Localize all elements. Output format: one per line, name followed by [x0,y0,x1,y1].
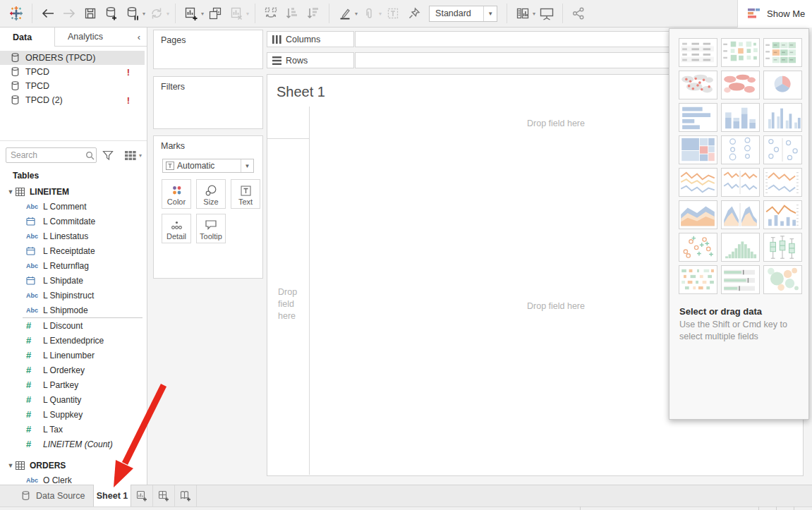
show-me-thumbnail-bullet-graph[interactable] [721,265,760,294]
filter-fields-icon[interactable] [102,150,114,161]
field-item[interactable]: #L Partkey [0,377,147,392]
field-item[interactable]: #L Linenumber [0,348,147,363]
mark-type-caret[interactable]: ▼ [241,159,253,172]
show-me-thumbnail-scatter-plot[interactable] [679,233,717,262]
mark-button-size[interactable]: Size [196,179,226,209]
data-source-tab[interactable]: Data Source [0,485,93,506]
highlight-caret[interactable]: ▾ [355,11,358,17]
fit-selector[interactable]: Standard ▼ [429,6,497,22]
datasource-item[interactable]: ORDERS (TPCD) [0,51,145,65]
show-me-thumbnail-continuous-area[interactable] [679,200,717,229]
sheet-tab-active[interactable]: Sheet 1 [93,485,131,506]
pause-auto-updates-caret[interactable]: ▾ [143,11,145,17]
search-input[interactable] [6,150,83,160]
clear-sheet-caret[interactable]: ▾ [246,11,249,17]
fit-selector-caret[interactable]: ▼ [483,6,497,21]
table-header-lineitem[interactable]: ▼LINEITEM [0,184,147,199]
show-me-thumbnail-side-by-side-circles[interactable] [763,135,802,164]
show-me-thumbnail-heat-map[interactable] [721,38,760,67]
field-item[interactable]: AbcL Shipmode [0,303,147,317]
show-hide-cards-caret[interactable]: ▾ [533,11,535,17]
show-me-thumbnail-dual-lines[interactable] [763,168,802,197]
field-item[interactable]: AbcL Shipinstruct [0,288,147,303]
pages-shelf[interactable]: Pages [153,30,263,69]
group-members-caret[interactable]: ▾ [379,11,382,17]
new-worksheet-tab-button[interactable] [131,485,153,506]
drop-zone-rows[interactable]: Drop field here [278,286,305,322]
mark-type-dropdown[interactable]: Automatic ▼ [162,159,254,173]
tab-analytics[interactable]: Analytics [55,28,131,47]
show-me-thumbnail-packed-bubbles[interactable] [763,265,802,294]
show-me-thumbnail-stacked-bars[interactable] [721,103,760,132]
show-me-thumbnail-text-table[interactable] [679,38,717,67]
mark-button-tooltip[interactable]: Tooltip [196,214,226,243]
sort-ascending-button[interactable] [283,4,301,23]
show-me-thumbnail-dual-combination[interactable] [763,200,802,229]
highlight-button[interactable] [336,4,354,23]
fix-axes-button[interactable] [405,4,423,23]
show-me-thumbnail-horizontal-bars[interactable] [679,103,717,132]
field-item[interactable]: L Receiptdate [0,243,147,258]
show-mark-labels-button[interactable] [384,4,402,23]
show-me-thumbnail-treemap[interactable] [679,135,717,164]
new-worksheet-caret[interactable]: ▾ [201,11,204,17]
show-me-thumbnail-side-by-side-bars[interactable] [763,103,802,132]
field-item[interactable]: #L Extendedprice [0,333,147,348]
field-item[interactable]: #L Tax [0,422,147,437]
field-item[interactable]: #L Suppkey [0,407,147,422]
field-item[interactable]: L Commitdate [0,214,147,229]
show-me-thumbnail-gantt[interactable] [679,265,717,294]
collapse-pane-icon[interactable]: ‹ [131,28,147,47]
show-me-thumbnail-pie-chart[interactable] [763,71,802,99]
new-dashboard-tab-button[interactable] [153,485,175,506]
show-me-thumbnail-circle-views[interactable] [721,135,760,164]
field-item[interactable]: AbcL Comment [0,199,147,214]
undo-button[interactable] [39,4,57,23]
share-workbook-button[interactable] [569,4,588,23]
save-button[interactable] [81,4,99,23]
presentation-mode-button[interactable] [538,4,556,23]
datasource-item[interactable]: TPCD (2)! [0,93,145,107]
show-me-thumbnail-box-and-whisker[interactable] [763,233,802,262]
new-worksheet-button[interactable] [182,4,200,23]
show-me-thumbnail-discrete-area[interactable] [721,200,760,229]
view-options-button[interactable]: ▾ [125,151,143,160]
redo-button[interactable] [60,4,78,23]
run-update-caret[interactable]: ▾ [166,11,169,17]
field-item[interactable]: #L Quantity [0,392,147,407]
field-item[interactable]: L Shipdate [0,273,147,288]
show-me-thumbnail-filled-map[interactable] [721,71,760,99]
show-me-thumbnail-histogram[interactable] [721,233,760,262]
show-me-thumbnail-highlight-table[interactable] [763,38,802,67]
field-item[interactable]: #L Discount [0,318,147,333]
show-me-button[interactable]: Show Me [737,0,812,28]
mark-button-color[interactable]: Color [162,179,191,209]
swap-rows-columns-button[interactable] [262,4,280,23]
field-item[interactable]: #LINEITEM (Count) [0,437,147,451]
show-me-thumbnail-continuous-lines[interactable] [679,168,717,197]
mark-button-text[interactable]: Text [231,179,260,209]
new-story-tab-button[interactable] [175,485,197,506]
pause-auto-updates-button[interactable] [123,4,142,23]
datasource-item[interactable]: TPCD! [0,65,145,79]
show-hide-cards-button[interactable] [514,4,532,23]
duplicate-sheet-button[interactable] [206,4,224,23]
table-header-orders[interactable]: ▼ORDERS [0,458,147,473]
field-item[interactable]: AbcO Clerk [0,473,147,485]
search-box[interactable] [6,147,97,163]
show-me-thumbnail-discrete-lines[interactable] [721,168,760,197]
tab-data[interactable]: Data [0,28,55,47]
show-me-thumbnail-symbol-map[interactable] [679,71,717,99]
mark-button-detail[interactable]: Detail [162,214,191,243]
field-item[interactable]: AbcL Linestatus [0,229,147,243]
datasource-item[interactable]: TPCD [0,79,145,93]
field-item[interactable]: #L Orderkey [0,363,147,377]
group-members-button[interactable] [360,4,378,23]
sort-descending-button[interactable] [304,4,322,23]
filters-shelf[interactable]: Filters [153,76,263,129]
view-options-caret[interactable]: ▾ [139,152,142,159]
new-data-source-button[interactable] [102,4,121,23]
run-update-button[interactable] [147,4,166,23]
field-item[interactable]: AbcL Returnflag [0,258,147,273]
clear-sheet-button[interactable] [227,4,246,23]
